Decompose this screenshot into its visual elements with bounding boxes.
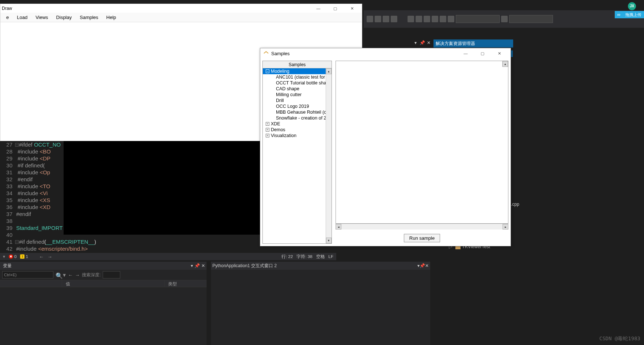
tree-item[interactable]: OCC Logo 2019 [263, 103, 326, 109]
lf-indicator: LF [329, 254, 333, 259]
preview-vscroll[interactable]: ▴ [502, 61, 508, 67]
menu-item-views[interactable]: Views [32, 14, 52, 21]
tree-header: Samples [263, 61, 332, 68]
tree-item[interactable]: Snowflake - creation of 2d [263, 115, 326, 121]
ide-toolbar [364, 10, 644, 28]
tree-item[interactable]: OCCT Tutorial bottle shape [263, 80, 326, 86]
preview-hscroll[interactable]: ◂ ▸ [336, 224, 508, 230]
share-icon[interactable]: ∞ [615, 11, 623, 18]
col-type[interactable]: 类型 [164, 280, 207, 287]
expand-icon[interactable]: + [266, 122, 269, 126]
menu-item-load[interactable]: Load [13, 14, 31, 21]
nav-forward-icon[interactable]: → [48, 254, 52, 259]
expand-icon[interactable]: + [266, 134, 269, 137]
char-indicator: 字符: 38 [296, 254, 312, 259]
toolbar-icon[interactable] [367, 16, 373, 22]
pin-icon[interactable]: 📌 [420, 40, 425, 45]
draw-title-bar: Draw — ▢ ✕ [0, 4, 362, 13]
menu-item-help[interactable]: Help [103, 14, 120, 21]
tree-scrollbar[interactable]: ▴ ▾ [326, 68, 332, 243]
minimize-button[interactable]: — [457, 49, 474, 58]
close-icon[interactable]: ✕ [425, 263, 429, 268]
variables-title: 变量 [1, 263, 12, 269]
draw-menu-bar: e Load Views Display Samples Help [0, 13, 362, 22]
draw-title: Draw [2, 6, 310, 11]
editor-status-bar: ▾ ✖0 !1 ← → 行: 22 字符: 38 空格 LF [0, 253, 336, 260]
toolbar-icon[interactable] [391, 16, 397, 22]
samples-app-icon [263, 50, 269, 56]
scroll-up-icon[interactable]: ▴ [503, 61, 508, 67]
upload-button[interactable]: 拖拽上传 [623, 11, 644, 18]
toolbar-icon[interactable] [416, 16, 422, 22]
menu-item-samples[interactable]: Samples [76, 14, 102, 21]
run-sample-button[interactable]: Run sample [404, 234, 440, 242]
minimize-button[interactable]: — [310, 4, 327, 13]
user-avatar[interactable]: JX [628, 2, 636, 10]
sample-preview-panel: ▴ ◂ ▸ Run sample [336, 61, 508, 244]
samples-title-bar: Samples — ▢ ✕ [260, 48, 511, 58]
pane-dropdown-icon[interactable]: ▾ [413, 40, 418, 45]
scroll-down-icon[interactable]: ▾ [326, 238, 332, 243]
tree-item[interactable]: ANC101 (classic test for CA [263, 74, 326, 80]
warning-count[interactable]: !1 [20, 254, 28, 259]
collapse-icon[interactable]: − [266, 69, 269, 73]
close-icon[interactable]: ✕ [201, 263, 205, 268]
solution-explorer-header[interactable]: 解决方案资源管理器 [433, 39, 513, 48]
tree-item-xde[interactable]: +XDE [263, 121, 326, 127]
col-value[interactable]: 值 [62, 280, 164, 287]
maximize-button[interactable]: ▢ [327, 4, 344, 13]
scroll-left-icon[interactable]: ◂ [336, 224, 341, 230]
variables-search[interactable] [2, 271, 53, 278]
tree-item[interactable]: Drill [263, 98, 326, 103]
dropdown-icon[interactable]: ▾ [63, 272, 66, 278]
toolbar-icon[interactable] [383, 16, 389, 22]
python-panel-title: PythonApplication1 交互式窗口 2 [212, 263, 417, 269]
tree-item[interactable]: Milling cutter [263, 92, 326, 98]
samples-tree[interactable]: −Modeling ANC101 (classic test for CA OC… [263, 68, 326, 243]
preview-area: ▴ [336, 61, 508, 224]
tree-item[interactable]: MBB Gehause Rohteil (class [263, 109, 326, 115]
col-name[interactable] [0, 280, 62, 287]
scroll-up-icon[interactable]: ▴ [326, 68, 332, 74]
pane-dropdown-icon[interactable]: ▾ [191, 263, 193, 268]
toolbar-icon[interactable] [432, 16, 438, 22]
variables-columns: 值 类型 [0, 280, 207, 287]
samples-tree-panel: Samples −Modeling ANC101 (classic test f… [262, 61, 332, 244]
tree-item-demos[interactable]: +Demos [263, 127, 326, 133]
toolbar-icon[interactable] [448, 16, 454, 22]
expand-icon[interactable]: + [266, 128, 269, 132]
samples-title: Samples [271, 51, 457, 56]
toolbar-icon[interactable] [408, 16, 414, 22]
depth-label: 搜索深度: [82, 272, 101, 278]
pin-icon[interactable]: 📌 [420, 263, 425, 268]
pin-icon[interactable]: 📌 [194, 263, 200, 268]
toolbar-combo[interactable] [456, 15, 500, 23]
tree-item[interactable]: CAD shape [263, 86, 326, 92]
samples-dialog: Samples — ▢ ✕ Samples −Modeling ANC101 (… [260, 48, 511, 246]
toolbar-icon[interactable] [375, 16, 381, 22]
maximize-button[interactable]: ▢ [474, 49, 491, 58]
variables-panel: 变量 ▾ 📌 ✕ 🔍 ▾ ← → 搜索深度: 值 类型 [0, 262, 207, 345]
toolbar-combo[interactable] [509, 15, 553, 23]
nav-forward-icon[interactable]: → [75, 272, 80, 278]
python-interactive-panel: PythonApplication1 交互式窗口 2 ▾ 📌 ✕ [211, 262, 430, 345]
tree-item-visualization[interactable]: +Visualization [263, 133, 326, 139]
close-icon[interactable]: ✕ [426, 40, 431, 45]
issues-dropdown-icon[interactable]: ▾ [3, 254, 5, 259]
toolbar-icon[interactable] [440, 16, 446, 22]
toolbar-icon[interactable] [501, 16, 508, 22]
depth-combo[interactable] [103, 271, 120, 278]
menu-item-display[interactable]: Display [53, 14, 76, 21]
menu-item-e[interactable]: e [3, 14, 12, 21]
black-overlay [64, 141, 260, 235]
close-button[interactable]: ✕ [344, 4, 360, 13]
error-count[interactable]: ✖0 [9, 254, 16, 259]
tree-item-modeling[interactable]: −Modeling [263, 68, 326, 74]
nav-back-icon[interactable]: ← [68, 272, 73, 278]
toolbar-icon[interactable] [424, 16, 430, 22]
line-gutter: 27282930 31323334 35363738 39404142 [0, 141, 15, 254]
nav-back-icon[interactable]: ← [39, 254, 44, 259]
scroll-right-icon[interactable]: ▸ [503, 224, 508, 230]
close-button[interactable]: ✕ [491, 49, 508, 58]
search-icon[interactable]: 🔍 [56, 272, 61, 277]
